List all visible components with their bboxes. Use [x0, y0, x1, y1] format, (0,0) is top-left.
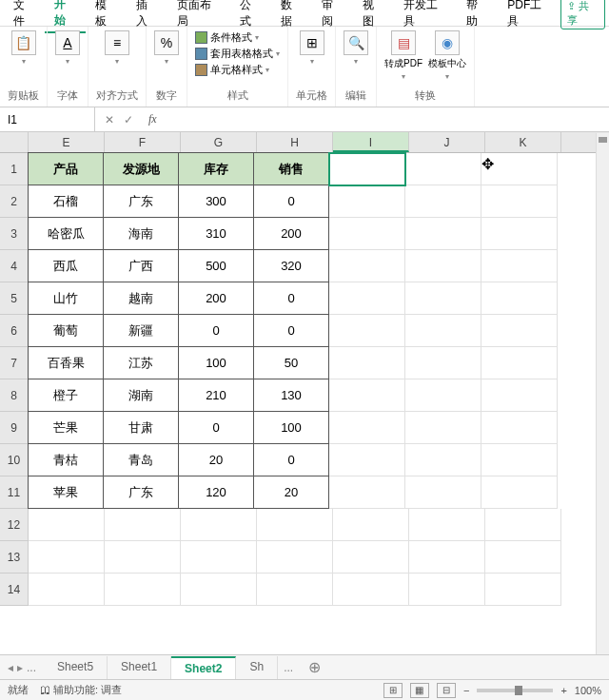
- cell-E3[interactable]: 哈密瓜: [28, 217, 104, 250]
- cell-I5[interactable]: [329, 282, 405, 315]
- zoom-level[interactable]: 100%: [575, 685, 601, 696]
- cell-F10[interactable]: 青岛: [103, 443, 179, 476]
- edit-button[interactable]: 🔍▾: [344, 30, 368, 66]
- cell-F5[interactable]: 越南: [103, 282, 179, 315]
- font-button[interactable]: A▾: [55, 30, 80, 66]
- cell-G2[interactable]: 300: [178, 185, 254, 218]
- row-header-6[interactable]: 6: [0, 315, 29, 347]
- cell-E10[interactable]: 青桔: [28, 443, 104, 476]
- cell-K5[interactable]: [481, 282, 558, 315]
- select-all-corner[interactable]: [0, 132, 29, 152]
- cell-H7[interactable]: 50: [253, 346, 329, 379]
- col-header-E[interactable]: E: [29, 132, 105, 152]
- cell-K3[interactable]: [481, 218, 558, 250]
- cell-F13[interactable]: [105, 541, 181, 574]
- cell-G8[interactable]: 210: [178, 379, 254, 412]
- cell-E1[interactable]: 产品: [28, 152, 104, 185]
- cell-J11[interactable]: [405, 476, 481, 509]
- cell-G3[interactable]: 310: [178, 217, 254, 250]
- col-header-F[interactable]: F: [105, 132, 181, 152]
- tab-first-icon[interactable]: ◂: [8, 661, 13, 674]
- col-header-I[interactable]: I: [333, 132, 409, 152]
- paste-button[interactable]: 📋▾: [11, 30, 36, 66]
- cell-H10[interactable]: 0: [253, 443, 329, 476]
- col-header-K[interactable]: K: [485, 132, 561, 152]
- cell-I3[interactable]: [329, 218, 405, 250]
- cell-E9[interactable]: 芒果: [28, 411, 104, 444]
- row-header-8[interactable]: 8: [0, 379, 29, 412]
- cell-J6[interactable]: [405, 315, 481, 347]
- tab-prev-icon[interactable]: ▸: [17, 661, 23, 674]
- cell-K1[interactable]: [481, 153, 558, 185]
- cell-I13[interactable]: [333, 541, 409, 574]
- zoom-in-button[interactable]: +: [560, 685, 566, 696]
- zoom-slider[interactable]: [477, 689, 553, 692]
- cells-button[interactable]: ⊞▾: [300, 30, 324, 66]
- cell-F2[interactable]: 广东: [103, 185, 179, 218]
- cell-J13[interactable]: [409, 541, 485, 574]
- cell-J7[interactable]: [405, 347, 481, 379]
- cell-E11[interactable]: 苹果: [28, 476, 104, 509]
- cell-K13[interactable]: [485, 541, 561, 574]
- cell-E13[interactable]: [29, 541, 105, 574]
- sheet-tab-Sheet2[interactable]: Sheet2: [171, 656, 236, 679]
- cell-I12[interactable]: [333, 509, 409, 541]
- cell-I14[interactable]: [333, 574, 409, 606]
- cell-E6[interactable]: 葡萄: [28, 314, 104, 347]
- table-format-button[interactable]: 套用表格格式▾: [195, 47, 280, 61]
- cell-F3[interactable]: 海南: [103, 217, 179, 250]
- cell-J14[interactable]: [409, 574, 485, 606]
- menu-PDF工具[interactable]: PDF工具: [498, 0, 560, 32]
- cell-H4[interactable]: 320: [253, 249, 329, 282]
- cell-K11[interactable]: [481, 476, 558, 509]
- cell-F7[interactable]: 江苏: [103, 346, 179, 379]
- cell-G13[interactable]: [181, 541, 257, 574]
- view-normal-button[interactable]: ⊞: [383, 683, 403, 698]
- cell-E2[interactable]: 石榴: [28, 185, 104, 218]
- row-header-12[interactable]: 12: [0, 509, 29, 541]
- sheet-tab-Sheet1[interactable]: Sheet1: [108, 656, 171, 679]
- share-button[interactable]: ⇪ 共享: [560, 0, 605, 29]
- row-header-5[interactable]: 5: [0, 282, 29, 315]
- cell-E14[interactable]: [29, 574, 105, 606]
- cell-J2[interactable]: [405, 185, 481, 218]
- confirm-icon[interactable]: ✓: [124, 113, 133, 126]
- col-header-G[interactable]: G: [181, 132, 257, 152]
- cell-J4[interactable]: [405, 250, 481, 282]
- cell-K7[interactable]: [481, 347, 558, 379]
- cell-J1[interactable]: [405, 153, 481, 185]
- cell-J10[interactable]: [405, 444, 481, 476]
- cell-F4[interactable]: 广西: [103, 249, 179, 282]
- view-break-button[interactable]: ⊟: [437, 683, 456, 698]
- cell-F6[interactable]: 新疆: [103, 314, 179, 347]
- cell-I8[interactable]: [329, 379, 405, 412]
- cell-G14[interactable]: [181, 574, 257, 606]
- cell-K8[interactable]: [481, 379, 558, 412]
- cell-H5[interactable]: 0: [253, 282, 329, 315]
- col-header-J[interactable]: J: [409, 132, 485, 152]
- cell-F9[interactable]: 甘肃: [103, 411, 179, 444]
- cell-G5[interactable]: 200: [178, 282, 254, 315]
- view-page-button[interactable]: ▦: [410, 683, 429, 698]
- cell-J5[interactable]: [405, 282, 481, 315]
- cell-E7[interactable]: 百香果: [28, 346, 104, 379]
- cell-I7[interactable]: [329, 347, 405, 379]
- row-header-14[interactable]: 14: [0, 574, 29, 606]
- cell-I2[interactable]: [329, 185, 405, 218]
- cell-F8[interactable]: 湖南: [103, 379, 179, 412]
- cell-G9[interactable]: 0: [178, 411, 254, 444]
- cell-E4[interactable]: 西瓜: [28, 249, 104, 282]
- cell-H11[interactable]: 20: [253, 476, 329, 509]
- cell-K9[interactable]: [481, 412, 558, 444]
- cell-K2[interactable]: [481, 185, 558, 218]
- cell-G10[interactable]: 20: [178, 443, 254, 476]
- cell-H8[interactable]: 130: [253, 379, 329, 412]
- cell-I10[interactable]: [329, 444, 405, 476]
- cell-I11[interactable]: [329, 476, 405, 509]
- add-sheet-button[interactable]: ⊕: [299, 658, 330, 676]
- align-button[interactable]: ≡▾: [105, 30, 129, 66]
- row-header-1[interactable]: 1: [0, 153, 29, 185]
- row-header-2[interactable]: 2: [0, 185, 29, 218]
- cell-style-button[interactable]: 单元格样式▾: [195, 63, 280, 77]
- sheet-tab-Sh[interactable]: Sh: [236, 656, 278, 679]
